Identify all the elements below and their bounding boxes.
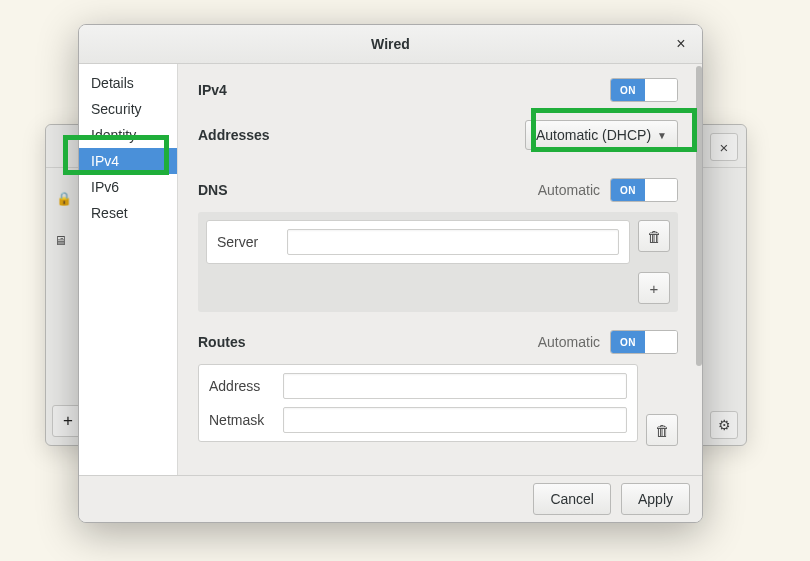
wired-connection-dialog: Wired × Details Security Identity IPv4 I… — [78, 24, 703, 523]
dns-automatic-label: Automatic — [538, 182, 600, 198]
sidebar-item-reset[interactable]: Reset — [79, 200, 177, 226]
sidebar-item-ipv6[interactable]: IPv6 — [79, 174, 177, 200]
background-close-button[interactable]: × — [710, 133, 738, 161]
routes-automatic-label: Automatic — [538, 334, 600, 350]
gear-icon: ⚙ — [718, 417, 731, 433]
sidebar-item-security[interactable]: Security — [79, 96, 177, 122]
sidebar-item-identity[interactable]: Identity — [79, 122, 177, 148]
toggle-handle — [645, 79, 677, 101]
sidebar-item-ipv4[interactable]: IPv4 — [79, 148, 177, 174]
content-scrollbar[interactable] — [696, 64, 702, 475]
toggle-on-label: ON — [611, 331, 645, 353]
addresses-mode-dropdown[interactable]: Automatic (DHCP) ▼ — [525, 120, 678, 150]
cancel-button[interactable]: Cancel — [533, 483, 611, 515]
background-gear-button[interactable]: ⚙ — [710, 411, 738, 439]
close-button[interactable]: × — [670, 33, 692, 55]
route-address-input[interactable] — [283, 373, 627, 399]
chevron-down-icon: ▼ — [657, 130, 667, 141]
dialog-footer: Cancel Apply — [79, 475, 702, 522]
toggle-on-label: ON — [611, 179, 645, 201]
apply-button[interactable]: Apply — [621, 483, 690, 515]
ipv4-heading: IPv4 — [198, 82, 227, 98]
dns-panel: Server 🗑 + — [198, 212, 678, 312]
routes-panel: Address Netmask — [198, 364, 638, 442]
route-netmask-label: Netmask — [209, 412, 273, 428]
ipv4-enable-toggle[interactable]: ON — [610, 78, 678, 102]
dns-label: DNS — [198, 182, 228, 198]
trash-icon: 🗑 — [655, 422, 670, 439]
dns-delete-button[interactable]: 🗑 — [638, 220, 670, 252]
dns-server-input[interactable] — [287, 229, 619, 255]
settings-sidebar: Details Security Identity IPv4 IPv6 Rese… — [79, 64, 178, 475]
dialog-title: Wired — [371, 36, 410, 52]
route-address-label: Address — [209, 378, 273, 394]
dns-add-button[interactable]: + — [638, 272, 670, 304]
display-icon: 🖥 — [54, 233, 74, 253]
routes-automatic-toggle[interactable]: ON — [610, 330, 678, 354]
toggle-handle — [645, 331, 677, 353]
toggle-on-label: ON — [611, 79, 645, 101]
route-netmask-input[interactable] — [283, 407, 627, 433]
toggle-handle — [645, 179, 677, 201]
addresses-mode-value: Automatic (DHCP) — [536, 127, 651, 143]
dialog-titlebar: Wired × — [79, 25, 702, 64]
dns-server-field-label: Server — [217, 234, 277, 250]
trash-icon: 🗑 — [647, 228, 662, 245]
addresses-label: Addresses — [198, 127, 270, 143]
dns-automatic-toggle[interactable]: ON — [610, 178, 678, 202]
route-delete-button[interactable]: 🗑 — [646, 414, 678, 446]
sidebar-item-details[interactable]: Details — [79, 70, 177, 96]
ipv4-content: IPv4 ON Addresses Automatic (DHCP) ▼ DNS… — [178, 64, 702, 475]
lock-icon: 🔒 — [56, 191, 76, 211]
scrollbar-thumb[interactable] — [696, 66, 702, 366]
scroll-fade — [178, 457, 696, 475]
routes-label: Routes — [198, 334, 245, 350]
